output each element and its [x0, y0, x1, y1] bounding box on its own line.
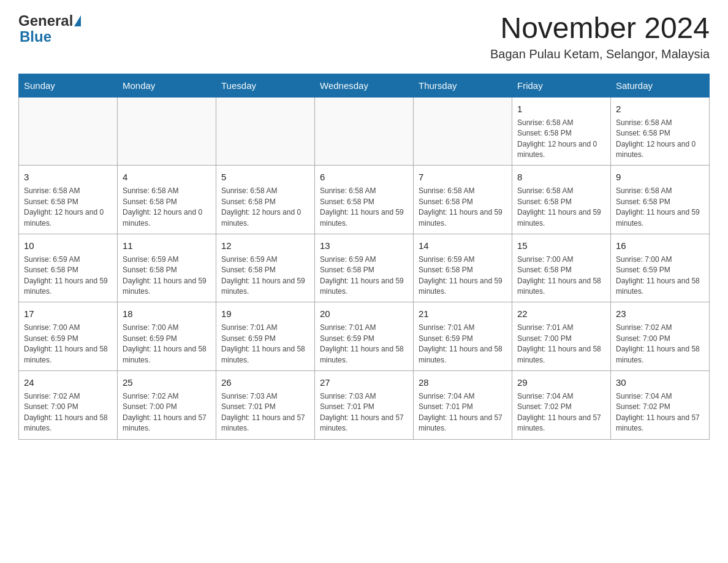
- day-number: 17: [24, 307, 112, 320]
- weekday-header-thursday: Thursday: [414, 74, 512, 97]
- day-number: 18: [123, 307, 211, 320]
- calendar-cell: 23Sunrise: 7:02 AM Sunset: 7:00 PM Dayli…: [611, 302, 710, 371]
- calendar-cell: 8Sunrise: 6:58 AM Sunset: 6:58 PM Daylig…: [512, 166, 611, 234]
- week-row-2: 3Sunrise: 6:58 AM Sunset: 6:58 PM Daylig…: [19, 166, 710, 234]
- calendar-cell: 12Sunrise: 6:59 AM Sunset: 6:58 PM Dayli…: [216, 234, 315, 302]
- calendar-cell: [118, 97, 216, 166]
- day-info: Sunrise: 6:58 AM Sunset: 6:58 PM Dayligh…: [320, 186, 408, 229]
- weekday-header-row: SundayMondayTuesdayWednesdayThursdayFrid…: [19, 74, 710, 97]
- day-info: Sunrise: 7:00 AM Sunset: 6:59 PM Dayligh…: [24, 323, 112, 366]
- calendar-cell: 15Sunrise: 7:00 AM Sunset: 6:58 PM Dayli…: [512, 234, 611, 302]
- calendar-cell: 22Sunrise: 7:01 AM Sunset: 7:00 PM Dayli…: [512, 302, 611, 371]
- calendar-cell: 7Sunrise: 6:58 AM Sunset: 6:58 PM Daylig…: [414, 166, 512, 234]
- day-info: Sunrise: 6:59 AM Sunset: 6:58 PM Dayligh…: [320, 255, 408, 297]
- calendar-cell: 5Sunrise: 6:58 AM Sunset: 6:58 PM Daylig…: [216, 166, 315, 234]
- weekday-header-tuesday: Tuesday: [216, 74, 315, 97]
- day-number: 28: [419, 376, 507, 389]
- calendar-table: SundayMondayTuesdayWednesdayThursdayFrid…: [18, 74, 710, 440]
- calendar-cell: 19Sunrise: 7:01 AM Sunset: 6:59 PM Dayli…: [216, 302, 315, 371]
- month-year-title: November 2024: [490, 12, 710, 45]
- week-row-3: 10Sunrise: 6:59 AM Sunset: 6:58 PM Dayli…: [19, 234, 710, 302]
- day-number: 11: [123, 239, 211, 252]
- day-number: 27: [320, 376, 408, 389]
- calendar-cell: 9Sunrise: 6:58 AM Sunset: 6:58 PM Daylig…: [611, 166, 710, 234]
- calendar-cell: 6Sunrise: 6:58 AM Sunset: 6:58 PM Daylig…: [315, 166, 414, 234]
- day-info: Sunrise: 6:58 AM Sunset: 6:58 PM Dayligh…: [616, 186, 704, 229]
- day-info: Sunrise: 7:01 AM Sunset: 6:59 PM Dayligh…: [221, 323, 309, 366]
- day-number: 14: [419, 239, 507, 252]
- page-header: General Blue November 2024 Bagan Pulau K…: [18, 12, 710, 61]
- calendar-cell: 29Sunrise: 7:04 AM Sunset: 7:02 PM Dayli…: [512, 371, 611, 440]
- day-number: 30: [616, 376, 704, 389]
- day-number: 22: [517, 307, 605, 320]
- day-number: 20: [320, 307, 408, 320]
- calendar-cell: 17Sunrise: 7:00 AM Sunset: 6:59 PM Dayli…: [19, 302, 118, 371]
- title-block: November 2024 Bagan Pulau Ketam, Selango…: [490, 12, 710, 61]
- day-number: 9: [616, 170, 704, 183]
- calendar-cell: 14Sunrise: 6:59 AM Sunset: 6:58 PM Dayli…: [414, 234, 512, 302]
- day-info: Sunrise: 6:59 AM Sunset: 6:58 PM Dayligh…: [221, 255, 309, 297]
- day-number: 26: [221, 376, 309, 389]
- weekday-header-friday: Friday: [512, 74, 611, 97]
- calendar-cell: 24Sunrise: 7:02 AM Sunset: 7:00 PM Dayli…: [19, 371, 118, 440]
- logo-arrow-icon: [74, 15, 81, 26]
- day-number: 29: [517, 376, 605, 389]
- day-number: 12: [221, 239, 309, 252]
- calendar-cell: 18Sunrise: 7:00 AM Sunset: 6:59 PM Dayli…: [118, 302, 216, 371]
- logo-blue-text: Blue: [20, 28, 81, 45]
- day-info: Sunrise: 6:58 AM Sunset: 6:58 PM Dayligh…: [517, 186, 605, 229]
- day-info: Sunrise: 6:58 AM Sunset: 6:58 PM Dayligh…: [24, 186, 112, 229]
- calendar-cell: 26Sunrise: 7:03 AM Sunset: 7:01 PM Dayli…: [216, 371, 315, 440]
- calendar-cell: 2Sunrise: 6:58 AM Sunset: 6:58 PM Daylig…: [611, 97, 710, 166]
- day-info: Sunrise: 7:02 AM Sunset: 7:00 PM Dayligh…: [123, 391, 211, 434]
- day-number: 10: [24, 239, 112, 252]
- day-info: Sunrise: 7:01 AM Sunset: 6:59 PM Dayligh…: [419, 323, 507, 366]
- day-info: Sunrise: 6:59 AM Sunset: 6:58 PM Dayligh…: [123, 255, 211, 297]
- day-number: 5: [221, 170, 309, 183]
- location-subtitle: Bagan Pulau Ketam, Selangor, Malaysia: [490, 47, 710, 61]
- calendar-cell: 4Sunrise: 6:58 AM Sunset: 6:58 PM Daylig…: [118, 166, 216, 234]
- calendar-cell: [19, 97, 118, 166]
- day-info: Sunrise: 6:58 AM Sunset: 6:58 PM Dayligh…: [419, 186, 507, 229]
- day-info: Sunrise: 7:02 AM Sunset: 7:00 PM Dayligh…: [616, 323, 704, 366]
- day-info: Sunrise: 7:04 AM Sunset: 7:01 PM Dayligh…: [419, 391, 507, 434]
- week-row-4: 17Sunrise: 7:00 AM Sunset: 6:59 PM Dayli…: [19, 302, 710, 371]
- day-number: 4: [123, 170, 211, 183]
- logo: General Blue: [18, 12, 81, 45]
- day-info: Sunrise: 7:04 AM Sunset: 7:02 PM Dayligh…: [616, 391, 704, 434]
- day-info: Sunrise: 6:58 AM Sunset: 6:58 PM Dayligh…: [221, 186, 309, 229]
- calendar-cell: [315, 97, 414, 166]
- day-info: Sunrise: 7:02 AM Sunset: 7:00 PM Dayligh…: [24, 391, 112, 434]
- day-number: 1: [517, 102, 605, 115]
- day-info: Sunrise: 6:58 AM Sunset: 6:58 PM Dayligh…: [517, 118, 605, 161]
- day-info: Sunrise: 6:58 AM Sunset: 6:58 PM Dayligh…: [123, 186, 211, 229]
- logo-general-text: General: [18, 12, 73, 29]
- calendar-cell: 25Sunrise: 7:02 AM Sunset: 7:00 PM Dayli…: [118, 371, 216, 440]
- day-number: 15: [517, 239, 605, 252]
- day-info: Sunrise: 7:00 AM Sunset: 6:59 PM Dayligh…: [123, 323, 211, 366]
- day-number: 3: [24, 170, 112, 183]
- day-number: 25: [123, 376, 211, 389]
- day-number: 24: [24, 376, 112, 389]
- weekday-header-monday: Monday: [118, 74, 216, 97]
- day-info: Sunrise: 7:03 AM Sunset: 7:01 PM Dayligh…: [221, 391, 309, 434]
- week-row-5: 24Sunrise: 7:02 AM Sunset: 7:00 PM Dayli…: [19, 371, 710, 440]
- day-info: Sunrise: 7:00 AM Sunset: 6:58 PM Dayligh…: [517, 255, 605, 297]
- calendar-cell: 10Sunrise: 6:59 AM Sunset: 6:58 PM Dayli…: [19, 234, 118, 302]
- day-number: 8: [517, 170, 605, 183]
- calendar-cell: 11Sunrise: 6:59 AM Sunset: 6:58 PM Dayli…: [118, 234, 216, 302]
- calendar-cell: 30Sunrise: 7:04 AM Sunset: 7:02 PM Dayli…: [611, 371, 710, 440]
- calendar-cell: 3Sunrise: 6:58 AM Sunset: 6:58 PM Daylig…: [19, 166, 118, 234]
- day-info: Sunrise: 6:59 AM Sunset: 6:58 PM Dayligh…: [419, 255, 507, 297]
- weekday-header-wednesday: Wednesday: [315, 74, 414, 97]
- day-number: 13: [320, 239, 408, 252]
- day-number: 21: [419, 307, 507, 320]
- day-number: 6: [320, 170, 408, 183]
- weekday-header-saturday: Saturday: [611, 74, 710, 97]
- calendar-cell: 13Sunrise: 6:59 AM Sunset: 6:58 PM Dayli…: [315, 234, 414, 302]
- calendar-cell: 21Sunrise: 7:01 AM Sunset: 6:59 PM Dayli…: [414, 302, 512, 371]
- day-info: Sunrise: 7:01 AM Sunset: 7:00 PM Dayligh…: [517, 323, 605, 366]
- day-number: 16: [616, 239, 704, 252]
- weekday-header-sunday: Sunday: [19, 74, 118, 97]
- day-info: Sunrise: 7:01 AM Sunset: 6:59 PM Dayligh…: [320, 323, 408, 366]
